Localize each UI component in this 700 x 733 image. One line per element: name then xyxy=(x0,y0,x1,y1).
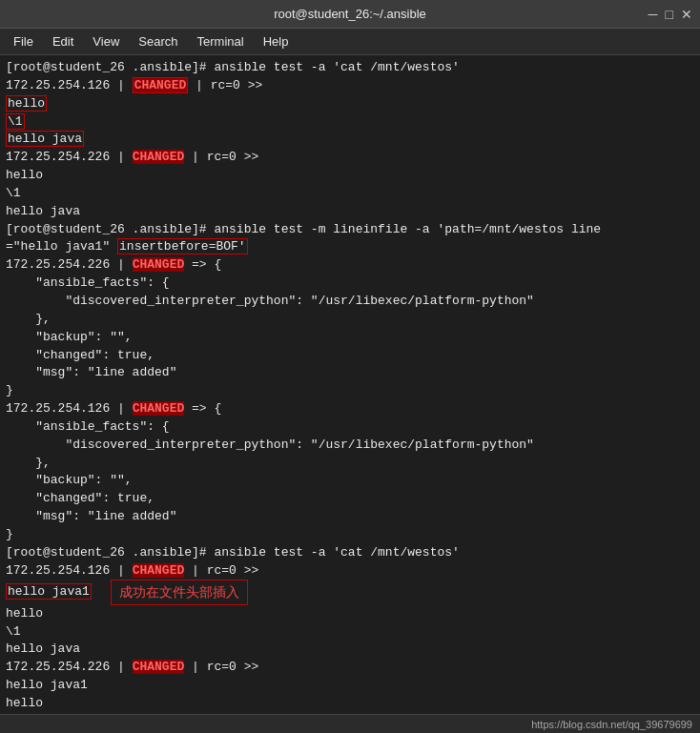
list-item: hello java xyxy=(6,131,694,149)
list-item: \1 xyxy=(6,113,694,132)
boxed-hello-java1: hello java1 xyxy=(6,583,92,600)
menu-search[interactable]: Search xyxy=(131,32,185,51)
changed-badge: CHANGED xyxy=(133,150,185,164)
list-item: "discovered_interpreter_python": "/usr/l… xyxy=(6,437,694,455)
list-item: hello xyxy=(6,167,694,185)
window-controls: ─ □ ✕ xyxy=(649,7,692,22)
list-item: }, xyxy=(6,311,694,329)
list-item: [root@student_26 .ansible]# ansible test… xyxy=(6,221,694,239)
list-item: ="hello java1" insertbefore=BOF' xyxy=(6,238,694,256)
list-item: 172.25.254.226 | CHANGED | rc=0 >> xyxy=(6,659,694,677)
list-item: hello java xyxy=(6,641,694,659)
list-item: \1 xyxy=(6,623,694,641)
list-item: "discovered_interpreter_python": "/usr/l… xyxy=(6,293,694,311)
list-item: hello java xyxy=(6,203,694,221)
menu-file[interactable]: File xyxy=(6,32,41,51)
list-item: 172.25.254.126 | CHANGED | rc=0 >> xyxy=(6,77,694,95)
list-item: 172.25.254.226 | CHANGED => { xyxy=(6,256,694,275)
title-bar: root@student_26:~/.ansible ─ □ ✕ xyxy=(0,0,700,29)
list-item: } xyxy=(6,526,694,544)
maximize-icon[interactable]: □ xyxy=(666,7,673,22)
list-item: "changed": true, xyxy=(6,347,694,365)
list-item: hello xyxy=(6,95,694,113)
boxed-output: hello xyxy=(6,95,47,112)
list-item: hello java1 成功在文件头部插入 xyxy=(6,580,694,604)
terminal-output[interactable]: [root@student_26 .ansible]# ansible test… xyxy=(0,55,700,714)
menu-edit[interactable]: Edit xyxy=(45,32,81,51)
terminal-window: root@student_26:~/.ansible ─ □ ✕ File Ed… xyxy=(0,0,700,733)
status-bar: https://blog.csdn.net/qq_39679699 xyxy=(0,714,700,733)
list-item: 172.25.254.226 | CHANGED | rc=0 >> xyxy=(6,149,694,167)
list-item: 172.25.254.126 | CHANGED | rc=0 >> xyxy=(6,562,694,580)
changed-badge: CHANGED xyxy=(133,77,189,93)
boxed-output: \1 xyxy=(6,113,25,130)
boxed-insertbefore: insertbefore=BOF' xyxy=(117,238,248,255)
list-item: "ansible_facts": { xyxy=(6,418,694,437)
list-item: \1 xyxy=(6,185,694,203)
list-item: hello xyxy=(6,605,694,623)
close-icon[interactable]: ✕ xyxy=(681,7,692,22)
list-item: [root@student_26 .ansible]# ansible test… xyxy=(6,59,694,77)
boxed-output: hello java xyxy=(6,131,84,147)
list-item: "ansible_facts": { xyxy=(6,275,694,293)
status-url: https://blog.csdn.net/qq_39679699 xyxy=(531,719,692,730)
menu-view[interactable]: View xyxy=(85,32,127,51)
changed-badge: CHANGED xyxy=(133,660,185,674)
list-item: [root@student_26 .ansible]# ansible test… xyxy=(6,544,694,562)
menu-bar: File Edit View Search Terminal Help xyxy=(0,29,700,55)
list-item: }, xyxy=(6,455,694,473)
list-item: hello xyxy=(6,695,694,713)
list-item: "msg": "line added" xyxy=(6,508,694,526)
annotation-text: 成功在文件头部插入 xyxy=(111,580,248,604)
list-item: "msg": "line added" xyxy=(6,364,694,382)
menu-help[interactable]: Help xyxy=(256,32,297,51)
changed-badge: CHANGED xyxy=(133,401,185,416)
list-item: "backup": "", xyxy=(6,329,694,347)
list-item: } xyxy=(6,382,694,400)
changed-badge: CHANGED xyxy=(133,563,185,578)
list-item: hello java1 xyxy=(6,677,694,695)
minimize-icon[interactable]: ─ xyxy=(649,7,658,22)
menu-terminal[interactable]: Terminal xyxy=(190,32,252,51)
list-item: "changed": true, xyxy=(6,490,694,508)
window-title: root@student_26:~/.ansible xyxy=(274,7,426,21)
changed-badge: CHANGED xyxy=(133,257,185,272)
list-item: 172.25.254.126 | CHANGED => { xyxy=(6,400,694,418)
list-item: "backup": "", xyxy=(6,472,694,490)
